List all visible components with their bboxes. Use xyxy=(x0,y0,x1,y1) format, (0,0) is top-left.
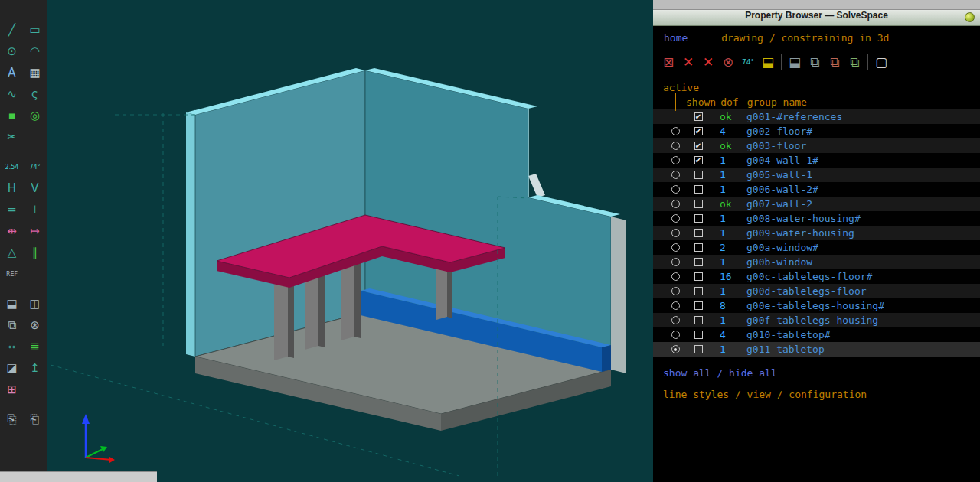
split-curves-tool-icon[interactable]: ✂ xyxy=(2,127,23,147)
group-shown-checkbox[interactable] xyxy=(694,243,703,252)
group-name-link[interactable]: g003-floor xyxy=(736,140,806,151)
group-name-link[interactable]: g008-water-housing# xyxy=(736,213,861,224)
perpendicular-constraint-icon[interactable]: ⊥ xyxy=(24,200,46,220)
symmetric-constraint-icon[interactable]: ⇹ xyxy=(2,221,23,241)
nav-path-link[interactable]: drawing / constraining in 3d xyxy=(721,32,889,44)
group-shown-checkbox[interactable] xyxy=(694,200,703,208)
group-shown-checkbox[interactable]: ✔ xyxy=(694,127,703,135)
orientation-constraint-icon[interactable]: △ xyxy=(2,243,23,262)
water-housing-end[interactable] xyxy=(602,345,611,372)
group-activate-radio[interactable] xyxy=(671,127,680,135)
nav-home-link[interactable]: home xyxy=(664,32,688,44)
image-tool-icon[interactable]: ▦ xyxy=(24,63,46,83)
group-shown-checkbox[interactable] xyxy=(694,301,703,310)
table-leg-side[interactable] xyxy=(288,281,294,358)
extrude-group-icon[interactable]: ⬓ xyxy=(2,294,23,314)
group-name-link[interactable]: g00e-tablelegs-housing# xyxy=(736,300,884,311)
arc-tool-icon[interactable]: ◠ xyxy=(24,41,46,61)
table-leg-front[interactable] xyxy=(305,273,318,350)
group-shown-checkbox[interactable] xyxy=(694,171,703,179)
group-activate-radio[interactable] xyxy=(671,156,680,164)
text-tool-icon[interactable]: A xyxy=(2,63,23,83)
group-name-link[interactable]: g00b-window xyxy=(736,256,812,268)
parallel-constraint-icon[interactable]: ∥ xyxy=(24,243,46,262)
group-shown-checkbox[interactable]: ✔ xyxy=(694,156,703,164)
angle-constraint-icon[interactable]: 74° xyxy=(24,157,46,177)
reference-constraint-icon[interactable]: REF xyxy=(2,264,23,284)
construction-tool-icon[interactable]: ◎ xyxy=(24,106,46,125)
group-shown-checkbox[interactable] xyxy=(694,272,703,281)
titlebar[interactable]: Property Browser — SolveSpace xyxy=(653,10,980,26)
group-shown-checkbox[interactable] xyxy=(694,287,703,295)
paste-sheet-icon[interactable]: ⎗ xyxy=(24,409,46,429)
rotate-icon[interactable]: ⧉ xyxy=(825,52,844,72)
group-shown-checkbox[interactable] xyxy=(694,316,703,324)
table-leg-front[interactable] xyxy=(274,281,288,360)
angle-constraint-icon[interactable]: 74° xyxy=(738,52,758,72)
show-hide-all-link[interactable]: show all / hide all xyxy=(663,367,980,379)
group-activate-radio[interactable] xyxy=(671,316,680,324)
rectangle-tool-icon[interactable]: ▭ xyxy=(24,20,46,40)
coincident-constraint-icon[interactable]: ↦ xyxy=(24,221,46,241)
group-activate-radio[interactable] xyxy=(671,243,680,252)
translate-group-icon[interactable]: ⧉ xyxy=(2,315,23,335)
group-name-link[interactable]: g00c-tablelegs-floor# xyxy=(736,271,872,282)
group-shown-checkbox[interactable]: ✔ xyxy=(694,112,703,121)
step-translate-group-icon[interactable]: ⋄⋄ xyxy=(2,337,23,357)
group-activate-radio[interactable] xyxy=(671,272,680,281)
group-name-link[interactable]: g004-wall-1# xyxy=(736,155,818,166)
group-name-link[interactable]: g011-tabletop xyxy=(736,344,825,355)
scene-canvas[interactable] xyxy=(47,0,653,482)
normal-tool-icon[interactable]: ↥ xyxy=(24,358,46,378)
group-activate-radio[interactable] xyxy=(671,142,680,150)
line-tool-icon[interactable]: ╱ xyxy=(2,20,23,40)
group-name-link[interactable]: g001-#references xyxy=(736,111,842,122)
group-name-link[interactable]: g006-wall-2# xyxy=(736,184,818,195)
rotate-group-icon[interactable]: ⊛ xyxy=(24,315,46,335)
point-constraint-icon[interactable]: ✕ xyxy=(678,52,698,72)
distance-constraint-icon[interactable]: 2.54 xyxy=(2,157,23,177)
translate-icon[interactable]: ⧉ xyxy=(805,52,825,72)
new-sketch-group-icon[interactable]: ◪ xyxy=(2,358,23,378)
group-shown-checkbox[interactable] xyxy=(694,345,703,353)
wall-end-cap[interactable] xyxy=(611,217,626,373)
group-activate-radio[interactable] xyxy=(671,331,680,339)
table-leg-side[interactable] xyxy=(354,255,361,338)
group-name-link[interactable]: g005-wall-1 xyxy=(736,169,812,181)
group-activate-radio[interactable] xyxy=(671,287,680,295)
circle-constraint-icon[interactable]: ⊗ xyxy=(718,52,738,72)
mesh-view-icon[interactable]: ▢ xyxy=(871,52,891,72)
left-wall-edge[interactable] xyxy=(186,112,195,357)
viewport-3d[interactable] xyxy=(47,0,653,482)
link-icon[interactable]: ⧉ xyxy=(844,52,864,72)
copy-sheet-icon[interactable]: ⎘ xyxy=(2,409,23,429)
configuration-links[interactable]: line styles / view / configuration xyxy=(663,389,980,400)
group-activate-radio[interactable] xyxy=(671,229,680,237)
group-activate-radio[interactable] xyxy=(671,345,680,353)
group-name-link[interactable]: g002-floor# xyxy=(736,125,812,137)
group-shown-checkbox[interactable] xyxy=(694,185,703,194)
group-activate-radio[interactable] xyxy=(671,214,680,223)
workplane-icon[interactable]: ⊠ xyxy=(658,52,678,72)
lathe-group-icon[interactable]: ◫ xyxy=(24,294,46,314)
table-leg-side[interactable] xyxy=(318,273,325,347)
group-shown-checkbox[interactable] xyxy=(694,229,703,237)
group-activate-radio[interactable] xyxy=(671,301,680,310)
circle-tool-icon[interactable]: ⊙ xyxy=(2,41,23,61)
lathe-icon[interactable]: ⬓ xyxy=(785,52,805,72)
group-shown-checkbox[interactable] xyxy=(694,258,703,266)
group-activate-radio[interactable] xyxy=(671,185,680,194)
group-activate-radio[interactable] xyxy=(671,200,680,208)
group-name-link[interactable]: g00d-tablelegs-floor xyxy=(736,285,867,297)
group-shown-checkbox[interactable] xyxy=(694,331,703,339)
group-activate-radio[interactable] xyxy=(671,171,680,179)
group-name-link[interactable]: g00f-tablelegs-housing xyxy=(736,314,878,326)
group-name-link[interactable]: g00a-window# xyxy=(736,242,818,253)
group-name-link[interactable]: g007-wall-2 xyxy=(736,198,812,210)
group-name-link[interactable]: g009-water-housing xyxy=(736,227,854,239)
group-shown-checkbox[interactable] xyxy=(694,214,703,223)
equal-constraint-icon[interactable]: = xyxy=(2,200,23,220)
table-leg-front[interactable] xyxy=(436,263,447,320)
point-tool-icon[interactable]: ▪ xyxy=(2,106,23,125)
group-shown-checkbox[interactable]: ✔ xyxy=(694,142,703,150)
